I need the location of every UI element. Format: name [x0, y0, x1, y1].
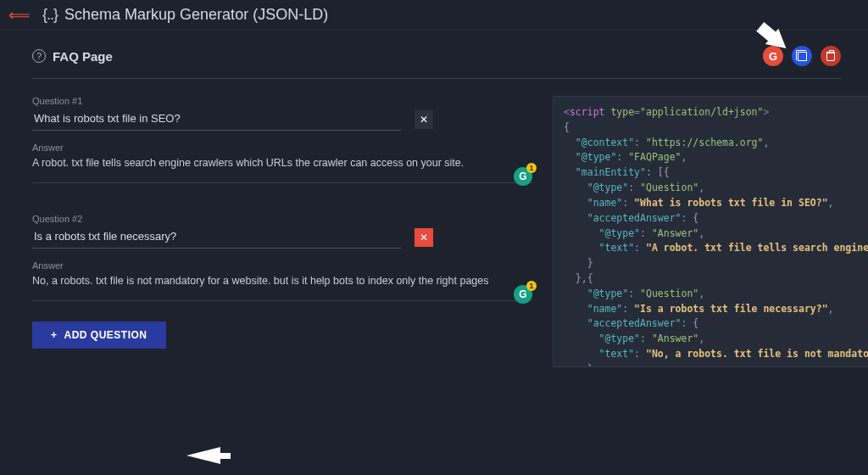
- code-preview-panel: <script type="application/ld+json"> { "@…: [553, 96, 868, 367]
- answer-text[interactable]: A robot. txt file tells search engine cr…: [32, 155, 532, 174]
- answer-text[interactable]: No, a robots. txt file is not mandatory …: [32, 273, 532, 292]
- delete-all-button[interactable]: [821, 46, 841, 66]
- page-title: FAQ Page: [53, 49, 113, 64]
- remove-question-button[interactable]: ✕: [415, 110, 433, 129]
- plus-icon: +: [51, 329, 58, 341]
- help-icon[interactable]: ?: [32, 49, 46, 63]
- question-label: Question #2: [32, 214, 532, 224]
- trash-icon: [826, 52, 835, 61]
- annotation-arrow-icon: [186, 447, 220, 464]
- copy-button[interactable]: [792, 46, 812, 66]
- add-question-label: ADD QUESTION: [64, 329, 147, 341]
- page-heading-row: ? FAQ Page G: [32, 46, 841, 79]
- question-input[interactable]: [32, 226, 401, 249]
- menu-toggle-icon[interactable]: ⟸: [8, 6, 31, 25]
- answer-label: Answer: [32, 142, 532, 153]
- code-output[interactable]: <script type="application/ld+json"> { "@…: [553, 96, 868, 367]
- grammarly-badge-icon[interactable]: G: [514, 167, 532, 186]
- grammarly-badge-icon[interactable]: G: [514, 285, 532, 304]
- question-label: Question #1: [32, 96, 532, 106]
- question-input[interactable]: [32, 109, 401, 131]
- answer-label: Answer: [32, 260, 532, 271]
- logo-brackets-icon: {..}: [42, 6, 58, 24]
- copy-icon: [798, 52, 807, 61]
- top-bar: ⟸ {..} Schema Markup Generator (JSON-LD): [0, 0, 868, 31]
- questions-panel: Question #1 ✕ Answer A robot. txt file t…: [32, 96, 532, 367]
- app-title: Schema Markup Generator (JSON-LD): [64, 6, 328, 24]
- google-validate-button[interactable]: G: [763, 46, 783, 66]
- remove-question-button[interactable]: ✕: [415, 228, 433, 247]
- add-question-button[interactable]: + ADD QUESTION: [32, 321, 166, 349]
